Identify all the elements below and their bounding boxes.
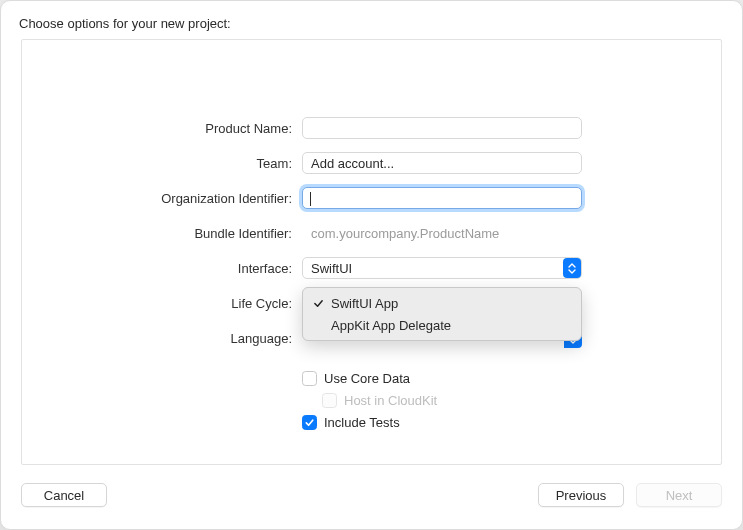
life-cycle-option-label: AppKit App Delegate [331, 318, 451, 333]
label-language: Language: [22, 331, 302, 346]
include-tests-checkbox[interactable] [302, 415, 317, 430]
team-popup-label: Add account... [311, 156, 394, 171]
previous-button-label: Previous [556, 488, 607, 503]
row-include-tests: Include Tests [22, 411, 721, 433]
life-cycle-option-swiftui-app[interactable]: SwiftUI App [303, 292, 581, 314]
sheet-footer: Cancel Previous Next [1, 473, 742, 529]
org-id-input[interactable] [302, 187, 582, 209]
options-form: Product Name: Team: Add account... Organ… [22, 114, 721, 433]
new-project-options-sheet: Choose options for your new project: Pro… [0, 0, 743, 530]
row-product-name: Product Name: [22, 114, 721, 142]
checkmark-icon [311, 298, 325, 309]
row-team: Team: Add account... [22, 149, 721, 177]
previous-button[interactable]: Previous [538, 483, 624, 507]
core-data-checkbox[interactable] [302, 371, 317, 386]
life-cycle-option-appkit-delegate[interactable]: AppKit App Delegate [303, 314, 581, 336]
product-name-input[interactable] [302, 117, 582, 139]
next-button: Next [636, 483, 722, 507]
row-interface: Interface: SwiftUI [22, 254, 721, 282]
label-product-name: Product Name: [22, 121, 302, 136]
row-bundle-id: Bundle Identifier: com.yourcompany.Produ… [22, 219, 721, 247]
next-button-label: Next [666, 488, 693, 503]
cloudkit-checkbox [322, 393, 337, 408]
cancel-button[interactable]: Cancel [21, 483, 107, 507]
row-cloudkit: Host in CloudKit [22, 389, 721, 411]
team-popup[interactable]: Add account... [302, 152, 582, 174]
include-tests-label: Include Tests [324, 415, 400, 430]
sheet-header: Choose options for your new project: [1, 1, 742, 37]
label-team: Team: [22, 156, 302, 171]
cancel-button-label: Cancel [44, 488, 84, 503]
header-title: Choose options for your new project: [19, 16, 231, 31]
core-data-label: Use Core Data [324, 371, 410, 386]
options-frame: Product Name: Team: Add account... Organ… [21, 39, 722, 465]
label-life-cycle: Life Cycle: [22, 296, 302, 311]
label-org-id: Organization Identifier: [22, 191, 302, 206]
label-bundle-id: Bundle Identifier: [22, 226, 302, 241]
row-org-id: Organization Identifier: [22, 184, 721, 212]
life-cycle-dropdown[interactable]: SwiftUI App AppKit App Delegate [302, 287, 582, 341]
life-cycle-option-label: SwiftUI App [331, 296, 398, 311]
cloudkit-label: Host in CloudKit [344, 393, 437, 408]
updown-icon [563, 258, 581, 278]
interface-popup-value: SwiftUI [311, 261, 352, 276]
label-interface: Interface: [22, 261, 302, 276]
bundle-id-value: com.yourcompany.ProductName [302, 226, 499, 241]
interface-popup[interactable]: SwiftUI [302, 257, 582, 279]
row-core-data: Use Core Data [22, 367, 721, 389]
row-life-cycle: Life Cycle: SwiftUI App [22, 289, 721, 317]
